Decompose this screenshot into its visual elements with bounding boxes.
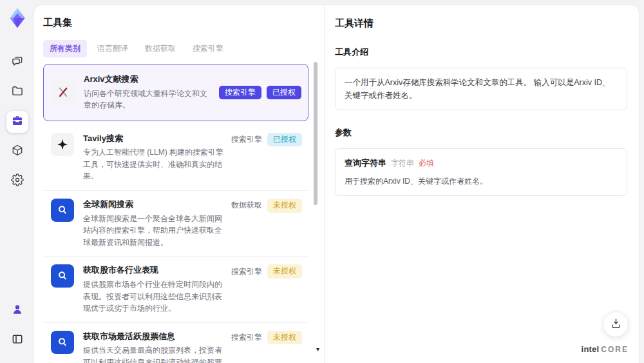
arxiv-icon [52, 81, 75, 104]
stock-search-icon [51, 331, 74, 354]
tool-list-pane: 工具集 所有类别 语言翻译 数据获取 搜索引擎 Arxiv文献搜索 访问各个研究… [34, 5, 324, 363]
list-scrollbar-thumb[interactable] [314, 62, 317, 205]
cube-icon [11, 144, 24, 159]
sidebar-item-packages[interactable] [6, 141, 28, 162]
param-box: 查询字符串 字符串 必填 用于搜索的Arxiv ID、关键字或作者姓名。 [335, 148, 627, 196]
auth-status-badge: 已授权 [267, 86, 301, 100]
brand-intel-text: intel [582, 344, 600, 354]
content-shell: 工具集 所有类别 语言翻译 数据获取 搜索引擎 Arxiv文献搜索 访问各个研究… [34, 5, 639, 363]
folder-icon [11, 84, 24, 100]
tool-card-tavily[interactable]: Tavily搜索 专为人工智能代理 (LLM) 构建的搜索引擎工具，可快速提供实… [43, 125, 308, 191]
app-sidebar [0, 0, 34, 363]
category-tabs: 所有类别 语言翻译 数据获取 搜索引擎 [43, 40, 308, 57]
tool-card-global-news[interactable]: 全球新闻搜索 全球新闻搜索是一个聚合全球各大新闻网站内容的搜索引擎，帮助用户快速… [43, 191, 308, 257]
sparkle-icon [51, 133, 74, 156]
user-icon [11, 303, 24, 319]
tool-name: Tavily搜索 [83, 133, 225, 144]
tool-description: 访问各个研究领域大量科学论文和文章的存储库。 [84, 88, 213, 112]
auth-status-badge: 未授权 [267, 264, 302, 279]
tool-card-arxiv[interactable]: Arxiv文献搜索 访问各个研究领域大量科学论文和文章的存储库。 搜索引擎 已授… [43, 64, 308, 121]
tool-description: 提供股票市场各个行业在特定时间段内的表现。投资者可以利用这些信息来识别表现优于或… [83, 279, 225, 315]
tab-search-engine[interactable]: 搜索引擎 [186, 40, 230, 57]
category-label: 搜索引擎 [231, 266, 262, 277]
sidebar-item-tools[interactable] [6, 111, 28, 133]
category-label: 搜索引擎 [231, 332, 262, 343]
param-required-flag: 必填 [419, 157, 434, 170]
tool-name: 获取市场最活跃股票信息 [83, 331, 225, 342]
tool-detail-pane: 工具详情 工具介绍 一个用于从Arxiv存储库搜索科学论文和文章的工具。 输入可… [324, 5, 639, 363]
params-section-header: 参数 [335, 127, 627, 139]
sidebar-item-files[interactable] [6, 81, 28, 103]
auth-status-badge: 已授权 [267, 133, 302, 147]
tool-name: 获取股市各行业表现 [83, 264, 225, 276]
sidebar-item-chat[interactable] [6, 52, 28, 74]
gear-icon [11, 173, 24, 189]
app-logo-icon [6, 6, 29, 30]
intro-box: 一个用于从Arxiv存储库搜索科学论文和文章的工具。 输入可以是Arxiv ID… [335, 68, 627, 110]
sidebar-item-account[interactable] [6, 300, 28, 322]
news-search-icon [51, 199, 74, 222]
tool-card-sector-performance[interactable]: 获取股市各行业表现 提供股票市场各个行业在特定时间段内的表现。投资者可以利用这些… [43, 257, 308, 322]
tool-name: 全球新闻搜索 [83, 199, 225, 210]
toolbox-icon [11, 114, 24, 130]
panel-layout-icon [11, 333, 24, 348]
page-title: 工具集 [43, 17, 308, 29]
tool-card-active-stocks[interactable]: 获取市场最活跃股票信息 提供当天交易量最高的股票列表，投资者可以利用这些信息来识… [43, 323, 308, 363]
tool-list: Arxiv文献搜索 访问各个研究领域大量科学论文和文章的存储库。 搜索引擎 已授… [43, 64, 308, 363]
category-label: 数据获取 [231, 200, 262, 211]
brand-core-text: core [601, 345, 629, 354]
download-button[interactable] [603, 311, 629, 337]
chat-icon [11, 55, 24, 70]
auth-status-badge: 未授权 [267, 199, 302, 213]
download-icon [610, 317, 622, 332]
param-type: 字符串 [391, 157, 414, 170]
intro-text: 一个用于从Arxiv存储库搜索科学论文和文章的工具。 输入可以是Arxiv ID… [345, 78, 611, 100]
tool-name: Arxiv文献搜索 [84, 74, 213, 85]
stock-search-icon [51, 264, 74, 288]
category-badge: 搜索引擎 [219, 86, 261, 100]
tool-description: 专为人工智能代理 (LLM) 构建的搜索引擎工具，可快速提供实时、准确和真实的结… [83, 146, 225, 182]
param-description: 用于搜索的Arxiv ID、关键字或作者姓名。 [345, 175, 618, 188]
auth-status-badge: 未授权 [267, 331, 302, 345]
tool-description: 提供当天交易量最高的股票列表，投资者可以利用这些信息来识别流动性强的股票和潜在的… [83, 344, 225, 363]
tab-language-translation[interactable]: 语言翻译 [91, 40, 135, 57]
tool-description: 全球新闻搜索是一个聚合全球各大新闻网站内容的搜索引擎，帮助用户快速获取全球最新资… [83, 213, 225, 249]
detail-title: 工具详情 [335, 17, 627, 30]
intro-section-header: 工具介绍 [335, 46, 627, 58]
tab-data-fetching[interactable]: 数据获取 [138, 40, 182, 57]
category-label: 搜索引擎 [231, 134, 262, 145]
scroll-down-arrow-icon[interactable]: ▾ [316, 346, 319, 353]
sidebar-item-settings[interactable] [6, 170, 28, 192]
sidebar-item-panel-toggle[interactable] [6, 329, 28, 351]
param-name: 查询字符串 [345, 157, 386, 170]
intel-core-logo: intel core [582, 344, 629, 354]
tab-all-categories[interactable]: 所有类别 [43, 40, 87, 57]
